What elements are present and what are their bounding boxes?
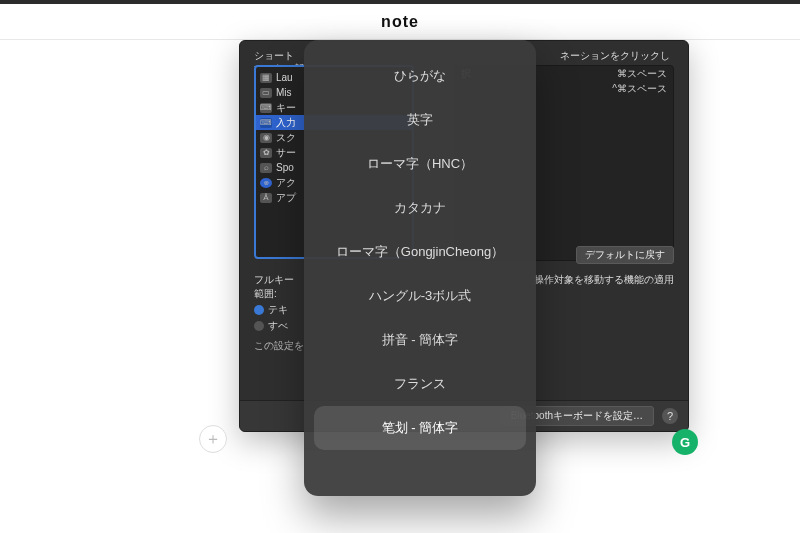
fullkeys-note: 操作対象を移動する機能の適用	[534, 273, 674, 301]
sidebar-item-label: アク	[276, 176, 296, 190]
picker-item-label: ローマ字（GongjinCheong）	[336, 243, 504, 261]
sidebar-item-label: サー	[276, 146, 296, 160]
keyboard-icon: ⌨	[260, 118, 272, 128]
radio-label: すべ	[268, 319, 288, 333]
content-stage: ショート ネーションをクリックしてから、新 しいキー ▦ Lau ▭ Mis ⌨…	[0, 40, 800, 533]
radio-on-icon	[254, 305, 264, 315]
sidebar-item-label: Mis	[276, 87, 292, 98]
picker-item-label: ひらがな	[394, 67, 446, 85]
shortcut-keys: ^⌘スペース	[612, 82, 667, 96]
radio-label: テキ	[268, 303, 288, 317]
help-button[interactable]: ?	[662, 408, 678, 424]
picker-item-hiragana[interactable]: ひらがな	[314, 54, 526, 98]
input-source-picker[interactable]: ひらがな 英字 ローマ字（HNC） カタカナ ローマ字（GongjinCheon…	[304, 40, 536, 496]
picker-item-pinyin-simplified[interactable]: 拼音 - 簡体字	[314, 318, 526, 362]
picker-item-hangul-3bol[interactable]: ハングル-3ボル式	[314, 274, 526, 318]
sidebar-item-label: アプ	[276, 191, 296, 205]
app-icon: Å	[260, 193, 272, 203]
window-icon: ▭	[260, 88, 272, 98]
site-topbar: note	[0, 4, 800, 40]
fullkeys-label: フルキー	[254, 274, 294, 285]
brand-logo[interactable]: note	[381, 13, 419, 31]
picker-item-label: カタカナ	[394, 199, 446, 217]
picker-item-label: 笔划 - 簡体字	[382, 419, 459, 437]
sidebar-item-label: 入力	[276, 116, 296, 130]
picker-item-romaji-gongjin[interactable]: ローマ字（GongjinCheong）	[314, 230, 526, 274]
gear-icon: ✿	[260, 148, 272, 158]
grammarly-fab[interactable]: G	[672, 429, 698, 455]
shortcut-keys: ⌘スペース	[617, 67, 667, 81]
add-fab-button[interactable]: ＋	[199, 425, 227, 453]
camera-icon: ◉	[260, 133, 272, 143]
picker-item-label: フランス	[394, 375, 446, 393]
restore-defaults-button[interactable]: デフォルトに戻す	[576, 246, 674, 264]
search-icon: ⌕	[260, 163, 272, 173]
sidebar-item-label: Spo	[276, 162, 294, 173]
sidebar-item-label: キー	[276, 101, 296, 115]
picker-item-label: 英字	[407, 111, 433, 129]
fullkeys-label2: 範囲:	[254, 288, 277, 299]
plus-icon: ＋	[205, 429, 221, 450]
keyboard-icon: ⌨	[260, 103, 272, 113]
sidebar-item-label: Lau	[276, 72, 293, 83]
accessibility-icon: ๏	[260, 178, 272, 188]
grammarly-icon: G	[680, 435, 690, 450]
picker-item-label: ローマ字（HNC）	[367, 155, 473, 173]
picker-item-france[interactable]: フランス	[314, 362, 526, 406]
picker-item-katakana[interactable]: カタカナ	[314, 186, 526, 230]
picker-item-romaji-hnc[interactable]: ローマ字（HNC）	[314, 142, 526, 186]
picker-item-bihua-simplified[interactable]: 笔划 - 簡体字	[314, 406, 526, 450]
radio-off-icon	[254, 321, 264, 331]
sidebar-item-label: スク	[276, 131, 296, 145]
app-icon: ▦	[260, 73, 272, 83]
hint-prefix: ショート	[254, 50, 294, 61]
picker-item-eiji[interactable]: 英字	[314, 98, 526, 142]
picker-item-label: 拼音 - 簡体字	[382, 331, 459, 349]
picker-item-label: ハングル-3ボル式	[369, 287, 472, 305]
